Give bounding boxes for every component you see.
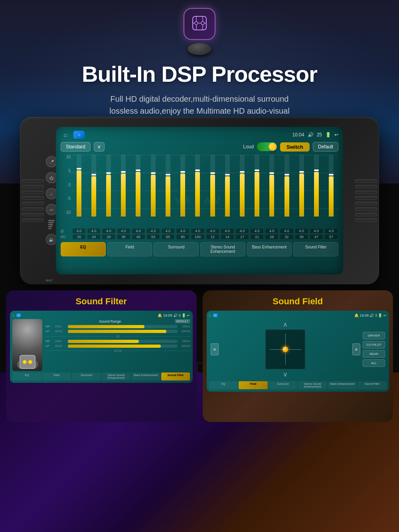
fc-cell-14[interactable]: 32 bbox=[280, 234, 293, 240]
sfield-tab-0[interactable]: EQ bbox=[209, 381, 238, 389]
eq-handle-7[interactable] bbox=[180, 171, 185, 173]
eq-handle-4[interactable] bbox=[136, 169, 140, 171]
back-btn[interactable]: ↩ bbox=[46, 204, 57, 215]
fc-cell-0[interactable]: 20 bbox=[72, 234, 86, 240]
q-cell-12[interactable]: 4.0 bbox=[250, 228, 264, 234]
sf-tab-4[interactable]: Bass Enhancement bbox=[131, 372, 160, 380]
eq-handle-13[interactable] bbox=[269, 172, 274, 174]
screen-tab-3[interactable]: Stereo Sound Enhancement bbox=[200, 242, 245, 256]
q-cell-6[interactable]: 4.0 bbox=[161, 228, 175, 234]
mic-btn[interactable]: 🎤 bbox=[46, 156, 57, 167]
field-option-all[interactable]: ALL bbox=[363, 359, 385, 367]
default-button[interactable]: Default bbox=[313, 142, 338, 152]
eq-bar-8[interactable] bbox=[191, 155, 205, 217]
sf-tab-0[interactable]: EQ bbox=[12, 372, 41, 380]
screen-home-icon[interactable]: ⌂ bbox=[61, 130, 70, 140]
dropdown-button[interactable]: ∨ bbox=[94, 142, 105, 152]
switch-button[interactable]: Switch bbox=[280, 142, 310, 152]
screen-tab-5[interactable]: Sound Filter bbox=[293, 242, 338, 256]
q-cell-9[interactable]: 4.0 bbox=[206, 228, 219, 234]
fc-cell-12[interactable]: 21 bbox=[250, 234, 264, 240]
screen-tab-0[interactable]: EQ bbox=[61, 242, 106, 256]
screen-music-icon[interactable]: ♫ bbox=[73, 131, 85, 139]
field-option-rear[interactable]: REAR bbox=[363, 350, 385, 358]
q-cell-5[interactable]: 4.0 bbox=[146, 228, 160, 234]
sf-home-icon[interactable]: ⌂ bbox=[12, 313, 15, 317]
power-btn[interactable]: ⏻ bbox=[46, 172, 57, 183]
field-dot[interactable] bbox=[282, 347, 288, 352]
sfield-tab-3[interactable]: Stereo Sound Enhancement bbox=[298, 381, 327, 389]
fc-cell-7[interactable]: 80 bbox=[176, 234, 190, 240]
sf-tab-2[interactable]: Surround bbox=[72, 372, 101, 380]
lp2-slider[interactable] bbox=[68, 345, 178, 348]
filter-default-btn[interactable]: DEFAULT bbox=[175, 319, 190, 323]
eq-handle-16[interactable] bbox=[314, 169, 319, 171]
eq-bar-0[interactable] bbox=[72, 155, 86, 217]
fc-cell-17[interactable]: 57 bbox=[324, 234, 338, 240]
eq-handle-5[interactable] bbox=[151, 172, 156, 174]
q-cell-16[interactable]: 4.0 bbox=[310, 228, 323, 234]
sf-tab-1[interactable]: Field bbox=[42, 372, 71, 380]
q-cell-1[interactable]: 4.0 bbox=[87, 228, 101, 234]
q-cell-4[interactable]: 4.0 bbox=[132, 228, 145, 234]
eq-handle-0[interactable] bbox=[77, 168, 81, 169]
q-cell-8[interactable]: 4.0 bbox=[191, 228, 204, 234]
vol-down-btn[interactable]: 🔉 bbox=[46, 234, 57, 245]
eq-handle-6[interactable] bbox=[166, 174, 170, 175]
eq-bar-7[interactable] bbox=[176, 155, 190, 217]
q-cell-14[interactable]: 4.0 bbox=[280, 228, 293, 234]
q-cell-2[interactable]: 4.0 bbox=[102, 228, 115, 234]
fc-cell-16[interactable]: 47 bbox=[310, 234, 323, 240]
field-right-btn[interactable]: » bbox=[352, 343, 361, 355]
eq-bar-16[interactable] bbox=[310, 155, 324, 217]
eq-bar-12[interactable] bbox=[250, 155, 264, 217]
fc-cell-5[interactable]: 53 bbox=[146, 234, 160, 240]
screen-tab-2[interactable]: Surround bbox=[154, 242, 199, 256]
field-up-btn[interactable]: ∧ bbox=[283, 321, 288, 328]
screen-tab-1[interactable]: Field bbox=[107, 242, 152, 256]
q-cell-10[interactable]: 4.0 bbox=[221, 228, 234, 234]
sfield-tab-4[interactable]: Bass Enhancement bbox=[328, 381, 357, 389]
hp2-slider[interactable] bbox=[68, 340, 178, 343]
eq-bar-14[interactable] bbox=[280, 155, 294, 217]
eq-bar-10[interactable] bbox=[220, 155, 234, 217]
screen-tab-4[interactable]: Bass Enhancement bbox=[247, 242, 292, 256]
field-option-driver[interactable]: DRIVER bbox=[363, 332, 385, 339]
eq-handle-2[interactable] bbox=[106, 172, 111, 174]
q-cell-11[interactable]: 4.0 bbox=[235, 228, 249, 234]
home-btn[interactable]: ⌂ bbox=[46, 188, 57, 199]
sf-music-icon[interactable]: ♫ bbox=[16, 313, 21, 317]
eq-handle-12[interactable] bbox=[255, 169, 259, 171]
eq-bar-2[interactable] bbox=[101, 155, 115, 217]
eq-handle-8[interactable] bbox=[195, 169, 200, 171]
sfield-tab-5[interactable]: Sound Filter bbox=[358, 381, 387, 389]
field-down-btn[interactable]: ∨ bbox=[283, 370, 288, 378]
q-cell-7[interactable]: 4.0 bbox=[176, 228, 190, 234]
q-cell-15[interactable]: 4.0 bbox=[295, 228, 308, 234]
lp1-slider[interactable] bbox=[68, 330, 178, 333]
fc-cell-3[interactable]: 36 bbox=[117, 234, 130, 240]
eq-handle-10[interactable] bbox=[225, 174, 230, 175]
eq-handle-3[interactable] bbox=[121, 171, 126, 173]
q-cell-13[interactable]: 4.0 bbox=[265, 228, 279, 234]
eq-bar-1[interactable] bbox=[87, 155, 101, 217]
fc-cell-4[interactable]: 45 bbox=[132, 234, 145, 240]
fc-cell-6[interactable]: 65 bbox=[161, 234, 175, 240]
field-option-co-pilot[interactable]: CO-PILOT bbox=[363, 341, 385, 349]
fc-cell-10[interactable]: 14 bbox=[221, 234, 234, 240]
field-left-btn[interactable]: « bbox=[211, 343, 219, 355]
eq-handle-14[interactable] bbox=[284, 174, 289, 175]
sf-tab-3[interactable]: Stereo Sound Enhancement bbox=[102, 372, 131, 380]
fc-cell-15[interactable]: 39 bbox=[295, 234, 308, 240]
fc-cell-8[interactable]: 100 bbox=[191, 234, 204, 240]
back-nav-icon[interactable]: ↩ bbox=[334, 132, 338, 138]
eq-handle-15[interactable] bbox=[299, 171, 304, 173]
q-cell-0[interactable]: 4.0 bbox=[72, 228, 86, 234]
eq-bar-17[interactable] bbox=[324, 155, 338, 217]
sfield-home-icon[interactable]: ⌂ bbox=[209, 313, 211, 317]
eq-bar-9[interactable] bbox=[205, 155, 219, 217]
q-cell-17[interactable]: 4.0 bbox=[324, 228, 338, 234]
eq-bar-11[interactable] bbox=[235, 155, 249, 217]
eq-handle-9[interactable] bbox=[210, 172, 215, 174]
eq-handle-17[interactable] bbox=[329, 174, 334, 175]
